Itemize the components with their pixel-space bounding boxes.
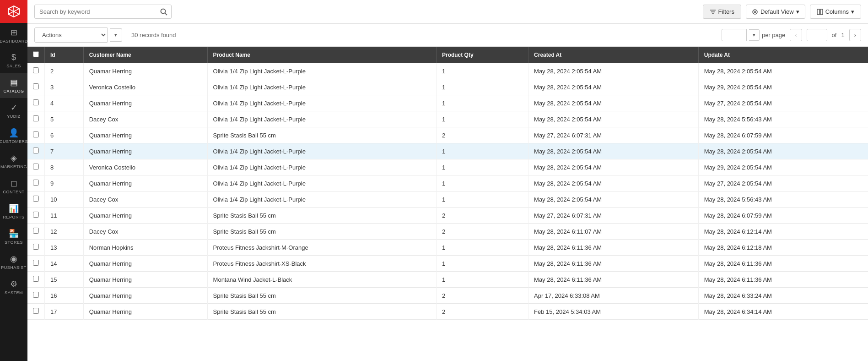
row-id: 15 [45, 272, 84, 288]
row-customer-name: Quamar Herring [83, 175, 207, 191]
header-customer-name[interactable]: Customer Name [83, 47, 207, 63]
header-id[interactable]: Id [45, 47, 84, 63]
svg-line-1 [165, 13, 167, 15]
row-created-at: May 28, 2024 2:05:54 AM [528, 191, 699, 208]
sidebar-label-stores: STORES [5, 240, 23, 245]
next-page-button[interactable]: › [849, 29, 861, 41]
row-checkbox[interactable] [33, 164, 39, 170]
sidebar-item-catalog[interactable]: ▤ CATALOG [0, 73, 27, 98]
row-created-at: May 28, 2024 2:05:54 AM [528, 63, 699, 79]
row-customer-name: Quamar Herring [83, 304, 207, 320]
row-created-at: May 28, 2024 2:05:54 AM [528, 175, 699, 191]
app-logo[interactable] [0, 0, 27, 23]
svg-rect-7 [817, 9, 819, 15]
table-row: 7 Quamar Herring Olivia 1/4 Zip Light Ja… [27, 143, 868, 159]
row-product-qty: 1 [436, 175, 528, 191]
row-product-qty: 2 [436, 224, 528, 240]
row-created-at: May 28, 2024 2:05:54 AM [528, 79, 699, 95]
sidebar-label-pushasist: PUSHASIST [1, 265, 27, 270]
stores-icon: 🏪 [9, 229, 19, 239]
row-checkbox[interactable] [33, 260, 39, 266]
select-all-checkbox[interactable] [33, 51, 39, 57]
row-checkbox-cell [27, 304, 45, 320]
sidebar-item-content[interactable]: ◻ CONTENT [0, 174, 27, 199]
row-checkbox-cell [27, 95, 45, 111]
sidebar-label-dashboard: DASHBOARD [0, 39, 28, 44]
row-product-qty: 1 [436, 191, 528, 208]
filters-label: Filters [718, 8, 734, 15]
header-created-at[interactable]: Created At [528, 47, 699, 63]
search-button[interactable] [156, 5, 172, 19]
row-checkbox-cell [27, 224, 45, 240]
columns-label: Columns [825, 8, 849, 15]
columns-button[interactable]: Columns ▾ [810, 5, 861, 19]
current-page-input[interactable]: 1 [807, 29, 827, 41]
filters-button[interactable]: Filters [703, 5, 741, 19]
row-checkbox[interactable] [33, 115, 39, 121]
row-product-qty: 1 [436, 95, 528, 111]
row-customer-name: Quamar Herring [83, 63, 207, 79]
row-checkbox[interactable] [33, 180, 39, 186]
header-product-qty[interactable]: Product Qty [436, 47, 528, 63]
search-input[interactable] [34, 5, 172, 19]
table-row: 8 Veronica Costello Olivia 1/4 Zip Light… [27, 159, 868, 175]
content-icon: ◻ [11, 178, 17, 188]
row-created-at: May 28, 2024 6:11:36 AM [528, 240, 699, 256]
row-created-at: May 28, 2024 2:05:54 AM [528, 159, 699, 175]
row-checkbox[interactable] [33, 131, 39, 137]
toolbar-actions: Actions ▾ 30 records found 30 ▾ per page… [27, 24, 868, 47]
row-checkbox[interactable] [33, 212, 39, 218]
row-checkbox[interactable] [33, 292, 39, 298]
row-checkbox[interactable] [33, 196, 39, 202]
per-page-dropdown-button[interactable]: ▾ [749, 29, 760, 41]
row-checkbox-cell [27, 143, 45, 159]
per-page-group: 30 ▾ per page [722, 29, 785, 41]
row-checkbox[interactable] [33, 99, 39, 105]
sidebar-item-reports[interactable]: 📊 REPORTS [0, 199, 27, 224]
row-checkbox[interactable] [33, 83, 39, 89]
row-checkbox[interactable] [33, 276, 39, 282]
row-checkbox[interactable] [33, 244, 39, 250]
row-product-name: Olivia 1/4 Zip Light Jacket-L-Purple [207, 63, 436, 79]
row-created-at: May 28, 2024 6:11:36 AM [528, 272, 699, 288]
sidebar-item-stores[interactable]: 🏪 STORES [0, 224, 27, 249]
row-checkbox[interactable] [33, 67, 39, 73]
row-checkbox-cell [27, 63, 45, 79]
default-view-button[interactable]: Default View ▾ [746, 5, 805, 19]
row-product-name: Sprite Stasis Ball 55 cm [207, 127, 436, 143]
row-id: 14 [45, 256, 84, 272]
row-checkbox-cell [27, 256, 45, 272]
sidebar-item-dashboard[interactable]: ⊞ DASHBOARD [0, 23, 27, 48]
row-checkbox[interactable] [33, 308, 39, 314]
actions-select[interactable]: Actions [34, 27, 108, 43]
row-checkbox[interactable] [33, 148, 39, 153]
row-checkbox[interactable] [33, 228, 39, 234]
sidebar-item-customers[interactable]: 👤 CUSTOMERS [0, 123, 27, 148]
table-row: 5 Dacey Cox Olivia 1/4 Zip Light Jacket-… [27, 111, 868, 127]
toolbar-top: Filters Default View ▾ Columns ▾ [27, 0, 868, 24]
row-product-name: Olivia 1/4 Zip Light Jacket-L-Purple [207, 95, 436, 111]
sidebar-label-sales: SALES [6, 64, 21, 68]
row-product-qty: 2 [436, 208, 528, 224]
row-customer-name: Quamar Herring [83, 143, 207, 159]
header-product-name[interactable]: Product Name [207, 47, 436, 63]
header-update-at[interactable]: Update At [698, 47, 868, 63]
sidebar-item-sales[interactable]: $ SALES [0, 48, 27, 73]
yudiz-icon: ✓ [11, 103, 17, 113]
row-product-name: Proteus Fitness Jackshirt-M-Orange [207, 240, 436, 256]
actions-dropdown-button[interactable]: ▾ [110, 28, 122, 42]
prev-page-button[interactable]: ‹ [790, 29, 802, 41]
pushasist-icon: ◉ [10, 254, 17, 264]
sidebar-item-pushasist[interactable]: ◉ PUSHASIST [0, 249, 27, 274]
row-id: 6 [45, 127, 84, 143]
sidebar-item-yudiz[interactable]: ✓ YUDIZ [0, 98, 27, 123]
per-page-input[interactable]: 30 [722, 29, 747, 41]
row-id: 8 [45, 159, 84, 175]
row-customer-name: Quamar Herring [83, 208, 207, 224]
sidebar-item-system[interactable]: ⚙ SYSTEM [0, 274, 27, 300]
row-customer-name: Quamar Herring [83, 288, 207, 304]
table-row: 2 Quamar Herring Olivia 1/4 Zip Light Ja… [27, 63, 868, 79]
sidebar-item-marketing[interactable]: ◈ MARKETING [0, 148, 27, 174]
row-update-at: May 28, 2024 5:56:43 AM [698, 111, 868, 127]
sales-icon: $ [11, 53, 16, 62]
